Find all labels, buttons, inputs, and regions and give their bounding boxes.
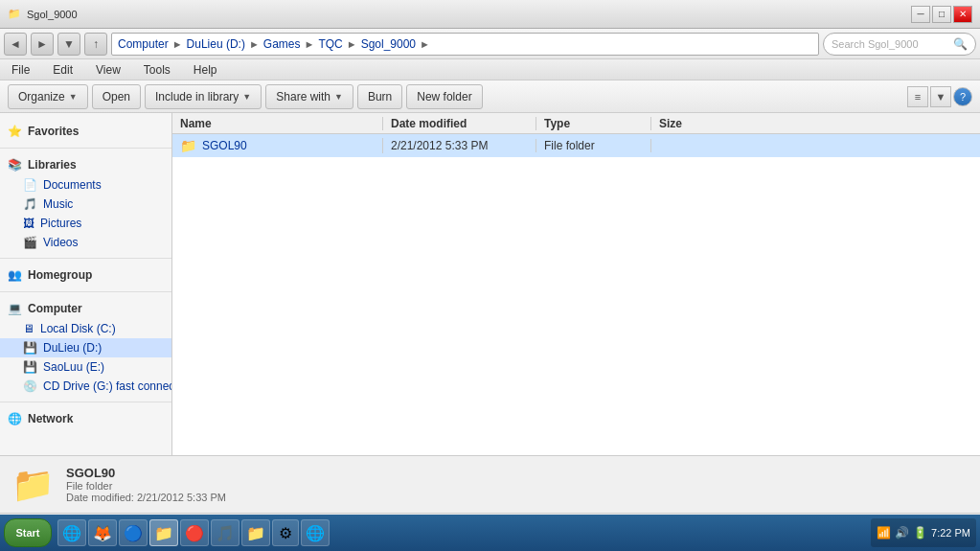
menu-tools[interactable]: Tools (140, 61, 174, 79)
network-icon: 🌐 (8, 412, 22, 425)
table-row[interactable]: 📁 SGOL90 2/21/2012 5:33 PM File folder (172, 134, 980, 157)
file-name: SGOL90 (202, 139, 247, 152)
minimize-button[interactable]: ─ (911, 6, 930, 23)
include-in-library-button[interactable]: Include in library ▼ (145, 84, 262, 109)
menu-view[interactable]: View (92, 61, 125, 79)
menu-file[interactable]: File (8, 61, 34, 79)
forward-button[interactable]: ► (31, 33, 54, 56)
breadcrumb-games[interactable]: Games (263, 37, 301, 51)
close-button[interactable]: ✕ (953, 6, 972, 23)
menu-bar: File Edit View Tools Help (0, 59, 980, 80)
sep2: ► (249, 38, 260, 50)
taskbar-app-firefox[interactable]: 🦊 (88, 519, 117, 546)
network-header[interactable]: 🌐 Network (0, 408, 171, 429)
taskbar-app-settings[interactable]: ⚙ (272, 519, 299, 546)
pictures-icon: 🖼 (23, 217, 34, 230)
sidebar-item-dulieu-d[interactable]: 💾 DuLieu (D:) (0, 338, 171, 357)
favorites-section: ⭐ Favorites (0, 121, 171, 142)
sidebar-item-local-disk-c[interactable]: 🖥 Local Disk (C:) (0, 319, 171, 338)
breadcrumb-sgol[interactable]: Sgol_9000 (361, 37, 416, 51)
preview-name: SGOL90 (66, 466, 226, 480)
disk-d-label: DuLieu (D:) (43, 341, 102, 355)
main-layout: ⭐ Favorites 📚 Libraries 📄 Documents 🎵 Mu… (0, 113, 980, 455)
maximize-button[interactable]: □ (932, 6, 951, 23)
sidebar-item-pictures[interactable]: 🖼 Pictures (0, 214, 171, 233)
star-icon: ⭐ (8, 125, 22, 138)
taskbar-app-net[interactable]: 🌐 (301, 519, 330, 546)
search-placeholder: Search Sgol_9000 (832, 38, 919, 50)
homegroup-header[interactable]: 👥 Homegroup (0, 264, 171, 286)
homegroup-section: 👥 Homegroup (0, 264, 171, 286)
open-label: Open (103, 90, 130, 103)
taskbar-app-folder2[interactable]: 📁 (241, 519, 270, 546)
include-arrow: ▼ (242, 92, 251, 102)
music-icon: 🎵 (23, 197, 37, 211)
open-button[interactable]: Open (92, 84, 141, 109)
view-list-button[interactable]: ≡ (907, 86, 928, 107)
up-button[interactable]: ↑ (84, 33, 107, 56)
cd-drive-icon: 💿 (23, 379, 37, 393)
breadcrumb-computer[interactable]: Computer (118, 37, 169, 51)
music-app-icon: 🎵 (216, 524, 235, 542)
start-label: Start (15, 527, 39, 539)
col-header-date[interactable]: Date modified (383, 117, 536, 130)
network-sys-icon: 📶 (877, 526, 891, 540)
taskbar: Start 🌐 🦊 🔵 📁 🔴 🎵 📁 ⚙ 🌐 📶 � (0, 515, 980, 551)
share-label: Share with (276, 90, 330, 103)
libraries-label: Libraries (28, 158, 77, 172)
view-arrow-button[interactable]: ▼ (930, 86, 951, 107)
file-type-cell: File folder (536, 139, 651, 152)
sep4: ► (347, 38, 357, 50)
taskbar-app-chrome[interactable]: 🔵 (119, 519, 148, 546)
new-folder-button[interactable]: New folder (406, 84, 482, 109)
disk-e-label: SaoLuu (E:) (43, 360, 104, 374)
menu-help[interactable]: Help (190, 61, 221, 79)
view-help-button[interactable]: ? (953, 87, 972, 106)
organize-arrow: ▼ (69, 92, 78, 102)
sidebar-item-videos[interactable]: 🎬 Videos (0, 233, 171, 252)
libraries-header[interactable]: 📚 Libraries (0, 154, 171, 175)
sidebar-item-music[interactable]: 🎵 Music (0, 195, 171, 214)
organize-button[interactable]: Organize ▼ (8, 84, 88, 109)
disk-e-icon: 💾 (23, 360, 37, 374)
computer-header[interactable]: 💻 Computer (0, 298, 171, 319)
taskbar-app-explorer[interactable]: 📁 (149, 519, 178, 546)
back-button[interactable]: ◄ (4, 33, 27, 56)
explorer-icon: 📁 (154, 524, 173, 542)
documents-icon: 📄 (23, 178, 37, 192)
preview-type: File folder (66, 480, 226, 492)
title-bar-path: Sgol_9000 (27, 9, 78, 20)
breadcrumb-tqc[interactable]: TQC (318, 37, 342, 51)
taskbar-app-music[interactable]: 🎵 (211, 519, 239, 546)
sidebar-item-cd-drive-g[interactable]: 💿 CD Drive (G:) fast connect (0, 377, 171, 396)
search-box[interactable]: Search Sgol_9000 🔍 (823, 33, 976, 56)
col-header-name[interactable]: Name (172, 117, 383, 130)
file-list-header: Name Date modified Type Size (172, 113, 980, 134)
breadcrumb-bar[interactable]: Computer ► DuLieu (D:) ► Games ► TQC ► S… (111, 33, 819, 56)
breadcrumb-dulieu[interactable]: DuLieu (D:) (187, 37, 245, 51)
col-header-size[interactable]: Size (651, 117, 728, 130)
taskbar-app-red[interactable]: 🔴 (180, 519, 209, 546)
menu-edit[interactable]: Edit (49, 61, 77, 79)
share-arrow: ▼ (334, 92, 343, 102)
search-icon: 🔍 (953, 37, 968, 51)
organize-label: Organize (18, 90, 65, 103)
library-icon: 📚 (8, 158, 22, 172)
share-with-button[interactable]: Share with ▼ (265, 84, 353, 109)
file-name-cell: 📁 SGOL90 (172, 138, 383, 153)
sys-time[interactable]: 7:22 PM (931, 527, 970, 539)
sidebar-item-documents[interactable]: 📄 Documents (0, 175, 171, 195)
disk-c-icon: 🖥 (23, 322, 34, 335)
recent-button[interactable]: ▼ (57, 33, 80, 56)
burn-button[interactable]: Burn (357, 84, 402, 109)
divider1 (0, 148, 171, 149)
start-button[interactable]: Start (4, 518, 52, 547)
sidebar-item-saoluu-e[interactable]: 💾 SaoLuu (E:) (0, 357, 171, 377)
taskbar-app-ie[interactable]: 🌐 (57, 519, 86, 546)
col-header-type[interactable]: Type (536, 117, 651, 130)
network-label: Network (28, 412, 73, 425)
ie-icon: 🌐 (62, 524, 81, 542)
chrome-icon: 🔵 (124, 524, 143, 542)
favorites-header[interactable]: ⭐ Favorites (0, 121, 171, 142)
folder-file-icon: 📁 (180, 138, 196, 153)
